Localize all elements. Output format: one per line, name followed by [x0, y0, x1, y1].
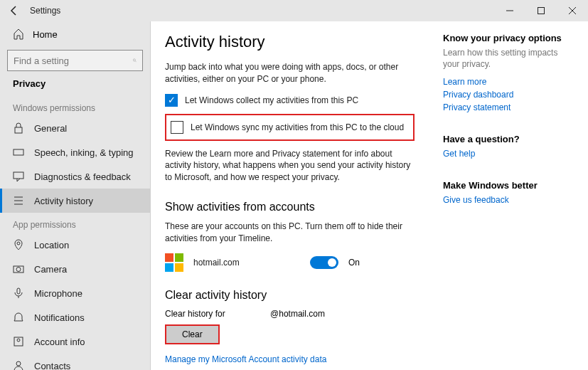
account-icon	[13, 336, 24, 347]
section-windows-permissions: Windows permissions	[0, 96, 150, 116]
window-controls	[494, 0, 588, 21]
feedback-icon	[13, 171, 24, 182]
nav-label: Diagnostics & feedback	[34, 171, 131, 182]
nav-label: Account info	[34, 337, 85, 347]
svg-line-5	[135, 61, 137, 63]
sidebar: Home Privacy Windows permissions General…	[0, 21, 151, 370]
microphone-icon	[13, 287, 24, 299]
checkbox-label: Let Windows sync my activities from this…	[191, 122, 404, 132]
nav-label: Speech, inking, & typing	[34, 147, 133, 158]
nav-speech[interactable]: Speech, inking, & typing	[0, 140, 150, 164]
svg-point-4	[133, 59, 135, 61]
nav-contacts[interactable]: Contacts	[0, 354, 150, 370]
window-title: Settings	[30, 6, 60, 16]
learn-more-link[interactable]: Learn more	[443, 77, 571, 87]
nav-account-info[interactable]: Account info	[0, 329, 150, 354]
nav-location[interactable]: Location	[0, 233, 150, 257]
nav-microphone[interactable]: Microphone	[0, 281, 150, 305]
checkbox-sync-activities[interactable]: Let Windows sync my activities from this…	[165, 114, 415, 141]
checkbox-icon	[165, 94, 178, 107]
lock-icon	[13, 122, 24, 134]
checkbox-label: Let Windows collect my activities from t…	[185, 95, 358, 105]
nav-label: Camera	[34, 264, 67, 275]
nav-label: Microphone	[34, 288, 82, 299]
checkbox-collect-activities[interactable]: Let Windows collect my activities from t…	[165, 94, 415, 107]
svg-rect-16	[17, 288, 20, 294]
nav-label: Contacts	[34, 361, 70, 371]
camera-icon	[13, 263, 24, 275]
home-label: Home	[33, 29, 58, 40]
svg-rect-1	[538, 8, 545, 14]
page-title: Activity history	[165, 33, 415, 51]
nav-general[interactable]: General	[0, 116, 150, 140]
accounts-heading: Show activities from accounts	[165, 201, 415, 213]
feedback-link[interactable]: Give us feedback	[443, 195, 571, 205]
section-app-permissions: App permissions	[0, 213, 150, 233]
question-heading: Have a question?	[443, 134, 571, 144]
search-input[interactable]	[7, 50, 143, 71]
svg-point-18	[17, 339, 20, 342]
account-row: hotmail.com On	[165, 253, 415, 272]
nav-activity-history[interactable]: Activity history	[0, 189, 150, 213]
privacy-options-sub: Learn how this setting impacts your priv…	[443, 48, 571, 70]
contacts-icon	[13, 360, 24, 370]
svg-point-13	[17, 242, 20, 245]
nav-diagnostics[interactable]: Diagnostics & feedback	[0, 164, 150, 189]
clear-button[interactable]: Clear	[165, 324, 220, 344]
clear-heading: Clear activity history	[165, 289, 415, 302]
account-toggle[interactable]	[310, 256, 338, 269]
clear-for-label: Clear history for	[165, 309, 225, 319]
list-icon	[13, 195, 24, 206]
nav-notifications[interactable]: Notifications	[0, 305, 150, 329]
review-text: Review the Learn more and Privacy statem…	[165, 148, 415, 184]
main-content: Activity history Jump back into what you…	[151, 21, 588, 370]
svg-rect-6	[15, 127, 22, 133]
microsoft-logo-icon	[165, 253, 183, 272]
nav-label: Activity history	[34, 196, 93, 206]
nav-camera[interactable]: Camera	[0, 257, 150, 281]
nav-label: General	[34, 123, 67, 134]
bell-icon	[13, 312, 24, 323]
checkbox-icon	[171, 121, 183, 134]
home-button[interactable]: Home	[0, 21, 150, 47]
location-icon	[13, 239, 24, 250]
home-icon	[13, 28, 24, 40]
close-button[interactable]	[557, 0, 588, 21]
privacy-dashboard-link[interactable]: Privacy dashboard	[443, 90, 571, 100]
toggle-state: On	[348, 258, 360, 268]
privacy-options-heading: Know your privacy options	[443, 33, 571, 43]
privacy-statement-link[interactable]: Privacy statement	[443, 102, 571, 112]
manage-account-link[interactable]: Manage my Microsoft Account activity dat…	[165, 354, 415, 364]
category-label: Privacy	[0, 78, 150, 96]
svg-point-15	[16, 268, 21, 272]
clear-for-value: @hotmail.com	[270, 309, 325, 319]
svg-point-19	[16, 361, 21, 366]
nav-label: Location	[34, 240, 69, 250]
title-bar: Settings	[0, 0, 588, 21]
back-button[interactable]	[6, 2, 23, 19]
maximize-button[interactable]	[525, 0, 557, 21]
get-help-link[interactable]: Get help	[443, 149, 571, 159]
search-icon	[133, 56, 137, 65]
keyboard-icon	[13, 147, 24, 158]
svg-rect-7	[14, 149, 23, 155]
better-heading: Make Windows better	[443, 180, 571, 191]
minimize-button[interactable]	[494, 0, 525, 21]
right-column: Know your privacy options Learn how this…	[443, 33, 571, 359]
accounts-desc: These are your accounts on this PC. Turn…	[165, 221, 415, 245]
account-email: hotmail.com	[193, 258, 300, 268]
intro-text: Jump back into what you were doing with …	[165, 61, 415, 85]
svg-rect-9	[14, 172, 23, 179]
clear-for-row: Clear history for @hotmail.com	[165, 309, 415, 319]
nav-label: Notifications	[34, 312, 85, 323]
search-field[interactable]	[14, 56, 133, 66]
